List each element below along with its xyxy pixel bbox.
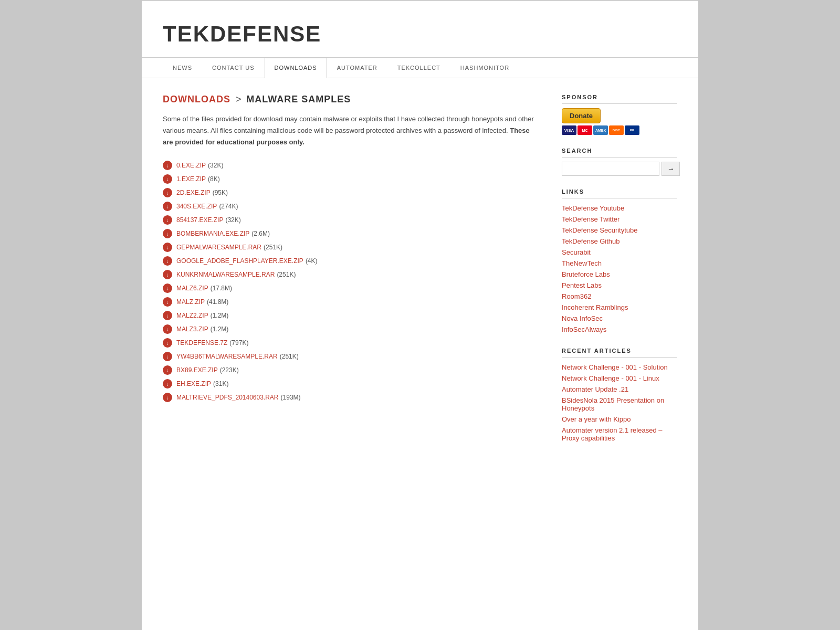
recent-list: Network Challenge - 001 - SolutionNetwor… bbox=[562, 362, 677, 444]
file-size: (95K) bbox=[213, 189, 228, 196]
download-icon bbox=[163, 174, 172, 184]
site-title: TEKDEFENSE bbox=[163, 22, 677, 47]
list-item: 340S.EXE.ZIP (274K) bbox=[163, 200, 541, 213]
nav-item-downloads[interactable]: DOWNLOADS bbox=[265, 58, 327, 78]
sidebar-link[interactable]: TekDefense Youtube bbox=[562, 203, 677, 214]
donate-button[interactable]: Donate bbox=[562, 108, 601, 123]
nav-item-tekcollect[interactable]: TEKCOLLECT bbox=[387, 58, 450, 78]
file-size: (251K) bbox=[280, 353, 299, 360]
nav-item-contact-us[interactable]: CONTACT US bbox=[202, 58, 265, 78]
recent-article-link[interactable]: Network Challenge - 001 - Solution bbox=[562, 362, 677, 373]
donate-area: Donate VISA MC AMEX DISC PP bbox=[562, 108, 677, 135]
file-link[interactable]: YW4BB6TMALWARESAMPLE.RAR bbox=[176, 353, 278, 360]
file-link[interactable]: TEKDEFENSE.7Z bbox=[176, 339, 227, 346]
sidebar-link[interactable]: TekDefense Twitter bbox=[562, 214, 677, 225]
sidebar-link[interactable]: Incoherent Ramblings bbox=[562, 302, 677, 313]
file-link[interactable]: MALZ6.ZIP bbox=[176, 285, 208, 292]
download-icon bbox=[163, 324, 172, 334]
file-size: (223K) bbox=[220, 366, 239, 374]
list-item: BOMBERMANIA.EXE.ZIP (2.6M) bbox=[163, 227, 541, 240]
file-link[interactable]: 340S.EXE.ZIP bbox=[176, 203, 217, 210]
sidebar-link[interactable]: Room362 bbox=[562, 291, 677, 302]
breadcrumb-current: MALWARE SAMPLES bbox=[246, 94, 351, 104]
donate-cards: VISA MC AMEX DISC PP bbox=[562, 125, 677, 135]
file-link[interactable]: KUNKRNMALWARESAMPLE.RAR bbox=[176, 271, 275, 278]
file-link[interactable]: GEPMALWARESAMPLE.RAR bbox=[176, 244, 261, 251]
file-size: (193M) bbox=[281, 394, 301, 401]
list-item: TEKDEFENSE.7Z (797K) bbox=[163, 336, 541, 350]
file-size: (251K) bbox=[277, 271, 296, 278]
list-item: 1.EXE.ZIP (8K) bbox=[163, 172, 541, 186]
search-heading: SEARCH bbox=[562, 148, 677, 158]
sidebar-link[interactable]: Nova InfoSec bbox=[562, 313, 677, 324]
nav-item-news[interactable]: NEWS bbox=[163, 58, 202, 78]
nav-item-hashmonitor[interactable]: HASHMONITOR bbox=[450, 58, 519, 78]
download-icon bbox=[163, 379, 172, 388]
file-link[interactable]: BOMBERMANIA.EXE.ZIP bbox=[176, 230, 249, 237]
file-size: (274K) bbox=[219, 203, 238, 210]
page-description: Some of the files provided for download … bbox=[163, 113, 541, 148]
recent-article-link[interactable]: Automater Update .21 bbox=[562, 384, 677, 395]
recent-article-link[interactable]: Automater version 2.1 released – Proxy c… bbox=[562, 425, 677, 444]
sidebar-search: SEARCH → bbox=[562, 148, 677, 176]
file-link[interactable]: MALZ2.ZIP bbox=[176, 312, 208, 319]
sidebar-link[interactable]: InfoSecAlways bbox=[562, 324, 677, 335]
file-link[interactable]: 1.EXE.ZIP bbox=[176, 175, 206, 183]
download-icon bbox=[163, 393, 172, 402]
list-item: MALZ3.ZIP (1.2M) bbox=[163, 322, 541, 336]
visa-card-icon: VISA bbox=[562, 125, 576, 135]
nav-list: NEWSCONTACT USDOWNLOADSAUTOMATERTEKCOLLE… bbox=[163, 58, 677, 78]
sidebar-link[interactable]: TekDefense Securitytube bbox=[562, 225, 677, 236]
list-item: BX89.EXE.ZIP (223K) bbox=[163, 363, 541, 377]
file-size: (797K) bbox=[229, 339, 248, 346]
file-list: 0.EXE.ZIP (32K)1.EXE.ZIP (8K)2D.EXE.ZIP … bbox=[163, 159, 541, 404]
breadcrumb-separator: > bbox=[236, 94, 242, 104]
list-item: YW4BB6TMALWARESAMPLE.RAR (251K) bbox=[163, 350, 541, 363]
file-size: (31K) bbox=[213, 380, 228, 387]
file-link[interactable]: 854137.EXE.ZIP bbox=[176, 216, 223, 224]
file-size: (32K) bbox=[208, 162, 223, 169]
file-size: (2.6M) bbox=[251, 230, 270, 237]
sidebar-link[interactable]: Securabit bbox=[562, 247, 677, 258]
download-icon bbox=[163, 161, 172, 170]
download-icon bbox=[163, 297, 172, 307]
sidebar-link[interactable]: Pentest Labs bbox=[562, 280, 677, 291]
file-link[interactable]: 2D.EXE.ZIP bbox=[176, 189, 211, 196]
sidebar-link[interactable]: Bruteforce Labs bbox=[562, 269, 677, 280]
sidebar-link[interactable]: TekDefense Github bbox=[562, 236, 677, 247]
content-wrapper: DOWNLOADS > MALWARE SAMPLES Some of the … bbox=[142, 94, 698, 456]
breadcrumb-downloads[interactable]: DOWNLOADS bbox=[163, 94, 230, 104]
site-nav: NEWSCONTACT USDOWNLOADSAUTOMATERTEKCOLLE… bbox=[142, 58, 698, 78]
recent-article-link[interactable]: Network Challenge - 001 - Linux bbox=[562, 373, 677, 384]
discover-icon: DISC bbox=[609, 125, 624, 135]
list-item: MALTRIEVE_PDFS_20140603.RAR (193M) bbox=[163, 391, 541, 404]
file-link[interactable]: MALZ3.ZIP bbox=[176, 326, 208, 333]
sidebar-link[interactable]: TheNewTech bbox=[562, 258, 677, 269]
file-link[interactable]: BX89.EXE.ZIP bbox=[176, 366, 218, 374]
file-link[interactable]: GOOGLE_ADOBE_FLASHPLAYER.EXE.ZIP bbox=[176, 257, 303, 265]
file-link[interactable]: EH.EXE.ZIP bbox=[176, 380, 211, 387]
download-icon bbox=[163, 284, 172, 293]
search-button[interactable]: → bbox=[662, 162, 680, 176]
links-heading: LINKS bbox=[562, 188, 677, 198]
file-link[interactable]: MALTRIEVE_PDFS_20140603.RAR bbox=[176, 394, 279, 401]
recent-article-link[interactable]: Over a year with Kippo bbox=[562, 414, 677, 425]
file-size: (1.2M) bbox=[211, 312, 229, 319]
file-size: (251K) bbox=[264, 244, 282, 251]
list-item: MALZ6.ZIP (17.8M) bbox=[163, 281, 541, 295]
list-item: 0.EXE.ZIP (32K) bbox=[163, 159, 541, 172]
file-link[interactable]: MALZ.ZIP bbox=[176, 298, 205, 306]
site-header: TEKDEFENSE bbox=[142, 1, 698, 58]
file-size: (17.8M) bbox=[211, 285, 232, 292]
search-input[interactable] bbox=[562, 162, 659, 176]
list-item: MALZ2.ZIP (1.2M) bbox=[163, 309, 541, 322]
download-icon bbox=[163, 311, 172, 320]
amex-icon: AMEX bbox=[593, 125, 608, 135]
recent-article-link[interactable]: BSidesNola 2015 Presentation on Honeypot… bbox=[562, 395, 677, 414]
list-item: GOOGLE_ADOBE_FLASHPLAYER.EXE.ZIP (4K) bbox=[163, 254, 541, 268]
download-icon bbox=[163, 188, 172, 197]
file-link[interactable]: 0.EXE.ZIP bbox=[176, 162, 206, 169]
file-size: (1.2M) bbox=[211, 326, 229, 333]
nav-item-automater[interactable]: AUTOMATER bbox=[327, 58, 387, 78]
breadcrumb: DOWNLOADS > MALWARE SAMPLES bbox=[163, 94, 541, 105]
